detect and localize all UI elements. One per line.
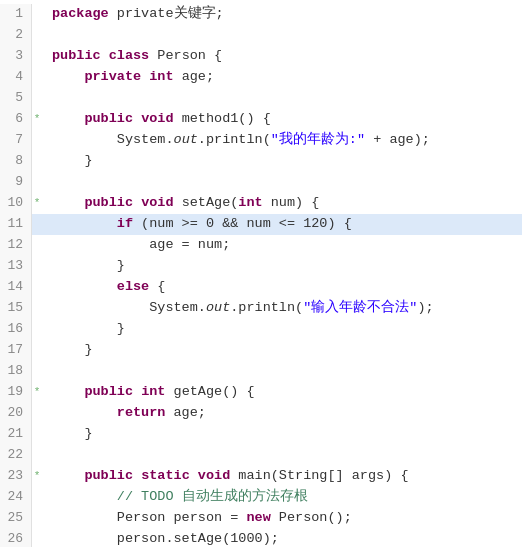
line-marker: [32, 67, 42, 88]
line-marker: [32, 172, 42, 193]
line-number: 7: [0, 130, 32, 151]
line-marker: [32, 25, 42, 46]
code-line: 5: [0, 88, 522, 109]
line-marker: [32, 46, 42, 67]
line-number: 15: [0, 298, 32, 319]
line-marker: [32, 151, 42, 172]
code-line: 25 Person person = new Person();: [0, 508, 522, 529]
line-number: 26: [0, 529, 32, 547]
code-line: 6* public void method1() {: [0, 109, 522, 130]
line-number: 10: [0, 193, 32, 214]
line-number: 22: [0, 445, 32, 466]
code-line: 4 private int age;: [0, 67, 522, 88]
line-content: public void setAge(int num) {: [42, 193, 522, 214]
line-marker: *: [32, 109, 42, 130]
line-marker: [32, 319, 42, 340]
line-content: public static void main(String[] args) {: [42, 466, 522, 487]
line-marker: [32, 277, 42, 298]
line-marker: *: [32, 466, 42, 487]
line-marker: [32, 214, 42, 235]
code-line: 11 if (num >= 0 && num <= 120) {: [0, 214, 522, 235]
code-line: 9: [0, 172, 522, 193]
line-number: 12: [0, 235, 32, 256]
code-line: 26 person.setAge(1000);: [0, 529, 522, 547]
line-marker: [32, 403, 42, 424]
line-number: 4: [0, 67, 32, 88]
line-content: package private关键字;: [42, 4, 522, 25]
line-marker: [32, 256, 42, 277]
code-line: 24 // TODO 自动生成的方法存根: [0, 487, 522, 508]
code-line: 10* public void setAge(int num) {: [0, 193, 522, 214]
line-content: public void method1() {: [42, 109, 522, 130]
line-number: 6: [0, 109, 32, 130]
line-number: 19: [0, 382, 32, 403]
line-content: }: [42, 319, 522, 340]
code-line: 22: [0, 445, 522, 466]
line-content: }: [42, 151, 522, 172]
code-line: 3public class Person {: [0, 46, 522, 67]
line-number: 13: [0, 256, 32, 277]
line-number: 2: [0, 25, 32, 46]
line-number: 16: [0, 319, 32, 340]
line-number: 23: [0, 466, 32, 487]
line-content: // TODO 自动生成的方法存根: [42, 487, 522, 508]
line-marker: [32, 529, 42, 547]
code-line: 13 }: [0, 256, 522, 277]
line-marker: *: [32, 193, 42, 214]
line-content: }: [42, 424, 522, 445]
line-marker: [32, 340, 42, 361]
line-content: [42, 88, 522, 109]
line-content: [42, 445, 522, 466]
line-marker: [32, 235, 42, 256]
code-line: 19* public int getAge() {: [0, 382, 522, 403]
line-number: 8: [0, 151, 32, 172]
code-line: 15 System.out.println("输入年龄不合法");: [0, 298, 522, 319]
code-line: 20 return age;: [0, 403, 522, 424]
code-line: 12 age = num;: [0, 235, 522, 256]
line-number: 21: [0, 424, 32, 445]
line-marker: [32, 487, 42, 508]
line-number: 24: [0, 487, 32, 508]
line-marker: *: [32, 382, 42, 403]
code-line: 7 System.out.println("我的年龄为:" + age);: [0, 130, 522, 151]
code-line: 17 }: [0, 340, 522, 361]
line-number: 1: [0, 4, 32, 25]
code-line: 8 }: [0, 151, 522, 172]
line-content: [42, 172, 522, 193]
line-content: public int getAge() {: [42, 382, 522, 403]
line-content: Person person = new Person();: [42, 508, 522, 529]
line-content: if (num >= 0 && num <= 120) {: [42, 214, 522, 235]
line-content: person.setAge(1000);: [42, 529, 522, 547]
code-container: 1package private关键字;2 3public class Pers…: [0, 0, 522, 547]
code-line: 14 else {: [0, 277, 522, 298]
line-number: 14: [0, 277, 32, 298]
line-content: return age;: [42, 403, 522, 424]
line-marker: [32, 130, 42, 151]
code-line: 23* public static void main(String[] arg…: [0, 466, 522, 487]
code-line: 18: [0, 361, 522, 382]
line-marker: [32, 4, 42, 25]
line-number: 9: [0, 172, 32, 193]
line-number: 5: [0, 88, 32, 109]
line-number: 20: [0, 403, 32, 424]
line-content: [42, 361, 522, 382]
line-marker: [32, 298, 42, 319]
line-number: 11: [0, 214, 32, 235]
line-content: public class Person {: [42, 46, 522, 67]
line-marker: [32, 361, 42, 382]
line-marker: [32, 508, 42, 529]
line-content: }: [42, 256, 522, 277]
line-number: 18: [0, 361, 32, 382]
line-content: System.out.println("我的年龄为:" + age);: [42, 130, 522, 151]
line-content: age = num;: [42, 235, 522, 256]
line-content: }: [42, 340, 522, 361]
line-content: else {: [42, 277, 522, 298]
line-marker: [32, 88, 42, 109]
line-number: 25: [0, 508, 32, 529]
code-line: 16 }: [0, 319, 522, 340]
code-line: 2: [0, 25, 522, 46]
line-content: System.out.println("输入年龄不合法");: [42, 298, 522, 319]
line-content: private int age;: [42, 67, 522, 88]
line-number: 17: [0, 340, 32, 361]
code-line: 21 }: [0, 424, 522, 445]
